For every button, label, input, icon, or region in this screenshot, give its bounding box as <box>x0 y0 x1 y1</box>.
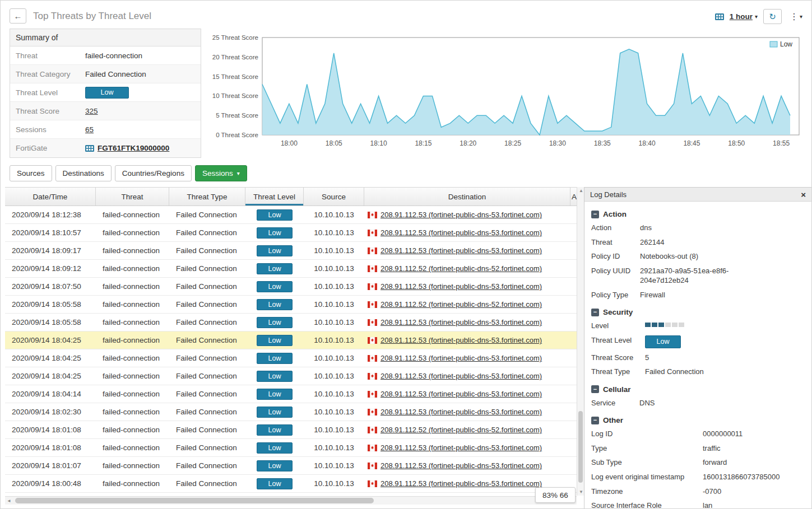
table-row[interactable]: 2020/09/14 18:01:08failed-connectionFail… <box>5 421 577 439</box>
log-section-header[interactable]: −Cellular <box>591 385 805 394</box>
table-row[interactable]: 2020/09/14 18:02:30failed-connectionFail… <box>5 403 577 421</box>
collapse-icon[interactable]: − <box>591 385 599 393</box>
cell-threat: failed-connection <box>96 439 169 456</box>
x-axis-label: 18:55 <box>773 139 790 147</box>
column-header-source[interactable]: Source <box>304 188 364 206</box>
collapse-icon[interactable]: − <box>591 309 599 316</box>
close-icon[interactable]: × <box>801 190 806 199</box>
table-row[interactable]: 2020/09/14 18:09:17failed-connectionFail… <box>5 242 577 260</box>
scroll-up-icon[interactable]: ▲ <box>579 188 583 193</box>
log-field-value: 5 <box>645 353 649 363</box>
column-header-threat-level[interactable]: Threat Level <box>245 188 304 206</box>
table-row[interactable]: 2020/09/14 18:09:12failed-connectionFail… <box>5 260 577 278</box>
destination-link[interactable]: 208.91.112.52 (fortinet-public-dns-52.fo… <box>381 264 542 273</box>
log-field-label: Threat Level <box>591 335 645 345</box>
collapse-icon[interactable]: − <box>591 211 599 218</box>
log-field-value: forward <box>703 457 727 468</box>
column-header-a[interactable]: A <box>570 188 577 206</box>
scroll-down-icon[interactable]: ▼ <box>579 489 583 494</box>
log-field-value: 262144 <box>640 237 664 248</box>
vertical-scrollbar[interactable]: ▲ ▼ <box>577 187 584 496</box>
table-row[interactable]: 2020/09/14 18:01:08failed-connectionFail… <box>5 439 577 457</box>
cell-source: 10.10.10.13 <box>304 206 364 223</box>
summary-label: Threat Level <box>16 88 85 97</box>
table-row[interactable]: 2020/09/14 18:05:58failed-connectionFail… <box>5 296 577 314</box>
horizontal-scrollbar[interactable]: ◄ ► <box>5 496 577 505</box>
x-axis-label: 18:05 <box>326 139 342 147</box>
table-row[interactable]: 2020/09/14 18:00:48failed-connectionFail… <box>5 475 577 493</box>
table-row[interactable]: 2020/09/14 18:05:58failed-connectionFail… <box>5 314 577 331</box>
destination-link[interactable]: 208.91.112.52 (fortinet-public-dns-52.fo… <box>381 426 542 434</box>
threat-level-badge: Low <box>257 389 293 400</box>
x-axis-label: 18:20 <box>460 139 476 147</box>
table-row[interactable]: 2020/09/14 18:04:25failed-connectionFail… <box>5 331 577 349</box>
collapse-icon[interactable]: − <box>591 417 599 424</box>
destination-link[interactable]: 208.91.112.53 (fortinet-public-dns-53.fo… <box>381 246 542 255</box>
log-field-type: Typetraffic <box>591 443 805 454</box>
destination-link[interactable]: 208.91.112.53 (fortinet-public-dns-53.fo… <box>381 479 542 488</box>
table-row[interactable]: 2020/09/14 18:04:25failed-connectionFail… <box>5 367 577 385</box>
fortigate-name-link[interactable]: FGT61FTK19000000 <box>98 144 169 152</box>
table-row[interactable]: 2020/09/14 18:04:25failed-connectionFail… <box>5 349 577 367</box>
horizontal-scrollbar-thumb[interactable] <box>15 498 374 503</box>
more-menu-button[interactable]: ⋮ ▾ <box>787 11 805 22</box>
cell-threat-level: Low <box>245 278 304 295</box>
cell-threat-type: Failed Connection <box>169 331 245 349</box>
destination-link[interactable]: 208.91.112.53 (fortinet-public-dns-53.fo… <box>381 443 542 452</box>
summary-row-threat-level: Threat LevelLow <box>10 83 201 102</box>
destination-link[interactable]: 208.91.112.53 (fortinet-public-dns-53.fo… <box>381 228 542 237</box>
cell-datetime: 2020/09/14 18:07:50 <box>5 278 96 295</box>
canada-flag-icon <box>368 283 377 290</box>
canada-flag-icon <box>368 265 377 272</box>
log-field-source-interface-role: Source Interface Rolelan <box>591 501 805 508</box>
chart-svg: 0 Threat Score5 Threat Score10 Threat Sc… <box>209 30 809 157</box>
destination-link[interactable]: 208.91.112.53 (fortinet-public-dns-53.fo… <box>381 211 542 219</box>
tab-destinations[interactable]: Destinations <box>55 165 112 181</box>
tab-countries-regions[interactable]: Countries/Regions <box>115 165 192 181</box>
cell-partial <box>570 224 577 241</box>
scroll-left-icon[interactable]: ◄ <box>7 498 11 503</box>
column-header-date-time[interactable]: Date/Time <box>5 188 96 206</box>
time-range-dropdown[interactable]: 1 hour ▾ <box>730 12 758 21</box>
log-section-action: −ActionActiondnsThreat262144Policy IDNot… <box>591 210 805 300</box>
table-row[interactable]: 2020/09/14 18:12:38failed-connectionFail… <box>5 206 577 224</box>
chevron-down-icon: ▾ <box>237 170 240 176</box>
destination-link[interactable]: 208.91.112.53 (fortinet-public-dns-53.fo… <box>381 282 542 291</box>
destination-link[interactable]: 208.91.112.53 (fortinet-public-dns-53.fo… <box>381 408 542 416</box>
log-field-label: Threat Score <box>591 353 645 363</box>
fortigate-device-icon <box>85 145 94 152</box>
log-field-label: Threat Type <box>591 367 645 377</box>
log-section-header[interactable]: −Action <box>591 210 805 218</box>
destination-link[interactable]: 208.91.112.53 (fortinet-public-dns-53.fo… <box>381 390 542 398</box>
fortigate-device-icon <box>715 13 724 20</box>
cell-source: 10.10.10.13 <box>304 224 364 241</box>
destination-link[interactable]: 208.91.112.52 (fortinet-public-dns-52.fo… <box>381 300 542 309</box>
cell-datetime: 2020/09/14 18:01:08 <box>5 439 96 456</box>
back-button[interactable]: ← <box>10 8 26 24</box>
destination-link[interactable]: 208.91.112.53 (fortinet-public-dns-53.fo… <box>381 354 542 362</box>
cell-partial <box>570 385 577 403</box>
column-header-destination[interactable]: Destination <box>364 188 570 206</box>
destination-link[interactable]: 208.91.112.53 (fortinet-public-dns-53.fo… <box>381 461 542 470</box>
summary-value-link[interactable]: 65 <box>85 125 94 134</box>
tab-sessions[interactable]: Sessions▾ <box>195 165 247 181</box>
cell-threat: failed-connection <box>96 224 169 241</box>
destination-link[interactable]: 208.91.112.53 (fortinet-public-dns-53.fo… <box>381 372 542 380</box>
destination-link[interactable]: 208.91.112.53 (fortinet-public-dns-53.fo… <box>381 336 542 344</box>
column-header-threat-type[interactable]: Threat Type <box>169 188 245 206</box>
table-row[interactable]: 2020/09/14 18:01:07failed-connectionFail… <box>5 457 577 475</box>
threat-level-badge: Low <box>257 263 293 274</box>
vertical-scrollbar-thumb[interactable] <box>578 411 583 483</box>
threat-level-badge: Low <box>257 424 293 436</box>
refresh-button[interactable]: ↻ <box>763 9 782 24</box>
summary-value-link[interactable]: 325 <box>85 107 98 115</box>
log-section-header[interactable]: −Other <box>591 416 805 424</box>
table-row[interactable]: 2020/09/14 18:04:14failed-connectionFail… <box>5 385 577 403</box>
log-section-cellular: −CellularServiceDNS <box>591 385 805 408</box>
table-row[interactable]: 2020/09/14 18:10:57failed-connectionFail… <box>5 224 577 242</box>
log-section-header[interactable]: −Security <box>591 308 805 316</box>
table-row[interactable]: 2020/09/14 18:07:50failed-connectionFail… <box>5 278 577 296</box>
destination-link[interactable]: 208.91.112.53 (fortinet-public-dns-53.fo… <box>381 318 542 326</box>
tab-sources[interactable]: Sources <box>10 165 52 181</box>
column-header-threat[interactable]: Threat <box>96 188 169 206</box>
